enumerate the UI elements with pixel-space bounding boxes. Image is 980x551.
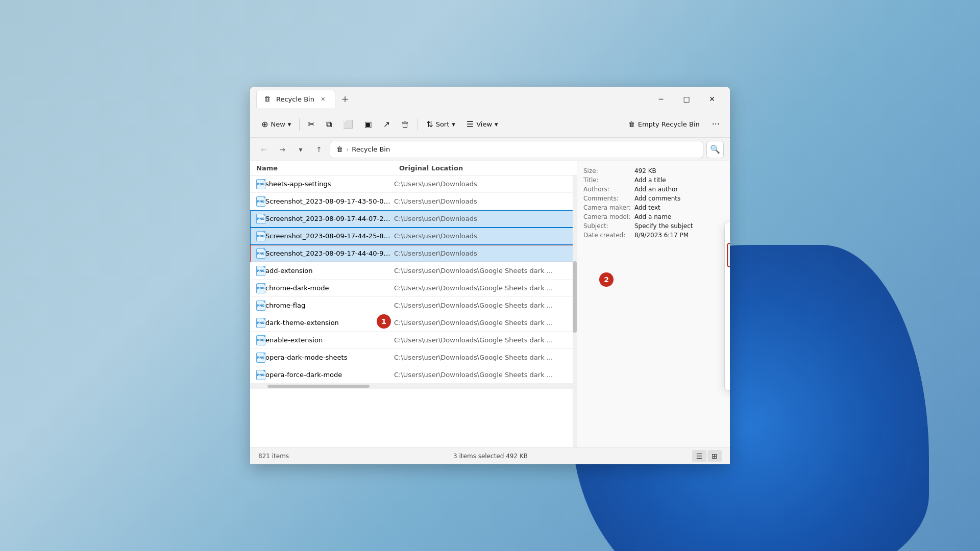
new-tab-button[interactable]: + (337, 91, 353, 107)
annotation-bubble-2: 2 (599, 272, 614, 287)
file-row[interactable]: PNG sheets-app-settings C:\Users\user\Do… (250, 176, 577, 193)
grid-view-button[interactable]: ⊞ (707, 450, 722, 462)
vertical-scrollbar-track[interactable] (573, 161, 577, 447)
maximize-button[interactable]: □ (675, 91, 698, 107)
new-button[interactable]: ⊕ New ▾ (256, 117, 296, 132)
copy-button[interactable]: ⧉ (321, 117, 337, 132)
file-row[interactable]: PNG opera-force-dark-mode C:\Users\user\… (250, 366, 577, 384)
cut-button[interactable]: ✂ (303, 117, 320, 132)
scrollbar-thumb[interactable] (267, 385, 370, 388)
title-label: Title: (583, 177, 634, 184)
sort-label: Sort (436, 120, 450, 128)
file-row[interactable]: PNG Screenshot_2023-08-09-17-43-50-00_f9… (250, 193, 577, 210)
delete-button[interactable]: 🗑 (396, 117, 414, 132)
camera-maker-label: Camera maker: (583, 204, 634, 211)
details-panel: Size: 492 KB Title: Add a title Authors:… (577, 161, 730, 447)
camera-model-row: Camera model: Add a name (583, 213, 724, 220)
name-column-header: Name (256, 164, 399, 172)
file-row[interactable]: PNG Screenshot_2023-08-09-17-44-25-81_f9… (250, 228, 577, 245)
authors-value: Add an author (634, 186, 724, 193)
share-button[interactable]: ↗ (378, 117, 395, 132)
file-icon: PNG (256, 231, 265, 241)
title-value: Add a title (634, 177, 724, 184)
address-path[interactable]: 🗑 › Recycle Bin (330, 141, 703, 158)
file-name: dark-theme-extension (265, 319, 394, 327)
copy-icon: ⧉ (326, 119, 332, 129)
file-icon: PNG (256, 179, 265, 189)
view-dropdown-icon: ▾ (495, 120, 498, 128)
file-icon: PNG (256, 370, 265, 380)
title-row: Title: Add a title (583, 177, 724, 184)
minimize-button[interactable]: ─ (649, 91, 673, 107)
restore-all-menu-item[interactable]: ↩ Restore all items (727, 224, 730, 243)
invert-selection-menu-item[interactable]: ⊞ Invert selection (727, 330, 730, 348)
file-row[interactable]: PNG add-extension C:\Users\user\Download… (250, 262, 577, 280)
comments-label: Comments: (583, 195, 634, 202)
toolbar-separator-1 (299, 118, 300, 131)
dropdown-button[interactable]: ▾ (293, 142, 308, 157)
horizontal-scrollbar[interactable] (250, 384, 577, 389)
subject-value: Specify the subject (634, 222, 724, 230)
empty-recycle-button[interactable]: 🗑 Empty Recycle Bin (621, 118, 707, 131)
sort-dropdown-icon: ▾ (452, 120, 455, 128)
list-view-button[interactable]: ☰ (692, 450, 706, 462)
location-column-header: Original Location (399, 164, 571, 172)
file-row[interactable]: PNG enable-extension C:\Users\user\Downl… (250, 332, 577, 349)
size-value: 492 KB (634, 167, 724, 174)
empty-recycle-label: Empty Recycle Bin (638, 120, 700, 128)
close-button[interactable]: ✕ (700, 91, 724, 107)
file-icon: PNG (256, 300, 265, 311)
file-list-header: Name Original Location (250, 161, 577, 176)
file-name: add-extension (265, 267, 394, 274)
sort-button[interactable]: ⇅ Sort ▾ (421, 117, 460, 132)
cut-icon: ✂ (308, 119, 314, 129)
file-name: opera-dark-mode-sheets (265, 354, 394, 361)
view-button[interactable]: ☰ View ▾ (461, 117, 503, 132)
recycle-bin-tab[interactable]: 🗑 Recycle Bin ✕ (256, 90, 335, 108)
up-button[interactable]: ↑ (311, 142, 327, 157)
camera-maker-row: Camera maker: Add text (583, 204, 724, 211)
undo-menu-item[interactable]: ↩ Undo (727, 271, 730, 289)
comments-row: Comments: Add comments (583, 195, 724, 202)
paste-button[interactable]: ⬜ (338, 117, 358, 132)
file-row[interactable]: PNG chrome-flag C:\Users\user\Downloads\… (250, 297, 577, 314)
path-icon: 🗑 (336, 145, 343, 153)
more-options-button[interactable]: ··· (708, 117, 724, 132)
file-row[interactable]: PNG Screenshot_2023-08-09-17-44-40-90_f9… (250, 245, 577, 262)
select-all-menu-item[interactable]: ⊞ Select all (727, 293, 730, 311)
file-location: C:\Users\user\Downloads\Google Sheets da… (394, 302, 571, 309)
search-button[interactable]: 🔍 (706, 141, 724, 158)
file-location: C:\Users\user\Downloads (394, 215, 571, 222)
path-text: Recycle Bin (352, 145, 390, 153)
file-location: C:\Users\user\Downloads (394, 180, 571, 188)
path-separator: › (346, 145, 349, 153)
view-icon: ☰ (467, 119, 474, 129)
file-list-area: Name Original Location PNG sheets-app-se… (250, 161, 730, 447)
file-location: C:\Users\user\Downloads\Google Sheets da… (394, 267, 571, 274)
file-location: C:\Users\user\Downloads (394, 232, 571, 240)
file-row[interactable]: PNG opera-dark-mode-sheets C:\Users\user… (250, 349, 577, 366)
new-label: New (271, 120, 285, 128)
tab-close-button[interactable]: ✕ (318, 94, 328, 104)
file-row[interactable]: PNG dark-theme-extension C:\Users\user\D… (250, 314, 577, 332)
rename-button[interactable]: ▣ (359, 117, 377, 132)
items-count: 821 items (258, 453, 289, 460)
restore-selected-menu-item[interactable]: ↩ Restore the selected items (727, 243, 730, 267)
camera-model-label: Camera model: (583, 213, 634, 220)
file-row[interactable]: PNG chrome-dark-mode C:\Users\user\Downl… (250, 280, 577, 297)
back-button[interactable]: ← (256, 142, 272, 157)
forward-button[interactable]: → (275, 142, 290, 157)
subject-label: Subject: (583, 222, 634, 230)
properties-menu-item[interactable]: 🔑 Properties (727, 352, 730, 370)
vertical-scrollbar-thumb[interactable] (573, 261, 577, 333)
options-menu-item[interactable]: ⚙ Options (727, 370, 730, 388)
annotation-bubble-1: 1 (377, 314, 391, 329)
file-row[interactable]: PNG Screenshot_2023-08-09-17-44-07-21_f9… (250, 210, 577, 228)
file-location: C:\Users\user\Downloads\Google Sheets da… (394, 371, 571, 379)
file-icon: PNG (256, 248, 265, 259)
tab-recycle-icon: 🗑 (264, 95, 272, 103)
select-none-menu-item[interactable]: ⊟ Select none (727, 311, 730, 330)
file-icon: PNG (256, 214, 265, 224)
title-bar: 🗑 Recycle Bin ✕ + ─ □ ✕ (250, 87, 730, 111)
file-name: Screenshot_2023-08-09-17-43-50-00_f9... (265, 197, 394, 205)
